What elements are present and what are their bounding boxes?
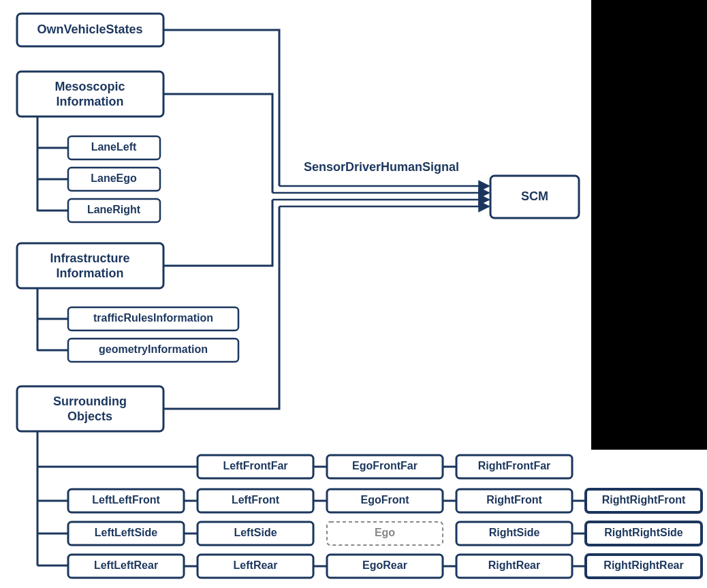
surrounding-label-2: Objects	[67, 409, 112, 423]
lane-right-label: LaneRight	[87, 204, 141, 215]
lane-left-label: LaneLeft	[91, 141, 137, 153]
grid-r1c1: LeftFront	[232, 494, 280, 506]
grid-r2c3: RightSide	[489, 527, 540, 538]
geometry-info-label: geometryInformation	[99, 343, 208, 355]
grid-r3c0: LeftLeftRear	[94, 559, 158, 571]
scm-box: SCM	[490, 176, 579, 218]
grid-r3c1: LeftRear	[234, 559, 278, 571]
infrastructure-children: trafficRulesInformation geometryInformat…	[37, 288, 238, 362]
lane-ego-label: LaneEgo	[91, 172, 137, 184]
scm-label: SCM	[521, 189, 548, 203]
black-right-strip	[591, 0, 707, 450]
grid-r1c2: EgoFront	[360, 494, 409, 506]
grid-r1c3: RightFront	[486, 494, 542, 506]
grid-r0c2: EgoFrontFar	[352, 460, 418, 471]
traffic-rules-label: trafficRulesInformation	[93, 312, 213, 324]
infrastructure-info-box: Infrastructure Information	[17, 243, 163, 288]
infra-label-2: Information	[57, 266, 124, 280]
sensor-signal-label: SensorDriverHumanSignal	[304, 160, 459, 174]
grid-r2c0: LeftLeftSide	[95, 527, 158, 538]
surrounding-objects-box: Surrounding Objects	[17, 386, 163, 431]
grid-r0c1: LeftFrontFar	[223, 460, 287, 471]
grid-r0c3: RightFrontFar	[478, 460, 551, 471]
grid-r3c3: RightRear	[488, 559, 540, 571]
grid-r2c4: RightRightSide	[604, 527, 683, 538]
infra-label-1: Infrastructure	[50, 251, 129, 265]
surrounding-grid: LeftFrontFar EgoFrontFar RightFrontFar L…	[37, 431, 702, 578]
surrounding-label-1: Surrounding	[53, 394, 127, 408]
own-vehicle-states-label: OwnVehicleStates	[37, 22, 142, 36]
grid-r2c2: Ego	[375, 527, 395, 538]
grid-r2c1: LeftSide	[234, 527, 277, 538]
own-vehicle-states-box: OwnVehicleStates	[17, 14, 163, 46]
sensor-signal-diagram: OwnVehicleStates Mesoscopic Information …	[0, 0, 707, 588]
grid-r1c0: LeftLeftFront	[92, 494, 160, 506]
mesoscopic-label-2: Information	[57, 95, 124, 108]
grid-r3c4: RightRightRear	[603, 559, 683, 571]
mesoscopic-info-box: Mesoscopic Information	[17, 72, 163, 117]
grid-r1c4: RightRightFront	[602, 494, 686, 506]
mesoscopic-label-1: Mesoscopic	[54, 80, 125, 93]
mesoscopic-children: LaneLeft LaneEgo LaneRight	[37, 117, 160, 222]
grid-r3c2: EgoRear	[362, 559, 407, 571]
